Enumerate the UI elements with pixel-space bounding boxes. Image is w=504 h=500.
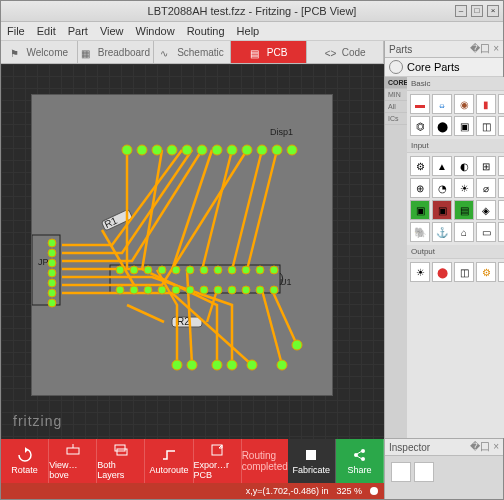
svg-point-29 xyxy=(200,266,208,274)
part-item[interactable]: ☲ xyxy=(498,156,504,176)
part-item[interactable]: ☀ xyxy=(410,262,430,282)
fabricate-button[interactable]: Fabricate xyxy=(288,439,336,483)
part-item[interactable]: ◒ xyxy=(498,178,504,198)
both-layers-button[interactable]: Both Layers xyxy=(97,439,145,483)
parts-grid-basic: ▬⏛◉▮⎍ ⏣⬤▣◫☰ xyxy=(407,91,504,139)
share-button[interactable]: Share xyxy=(336,439,384,483)
coords-readout: x,y=(1.702,-0.486) in xyxy=(246,486,329,496)
cat-mine[interactable]: MIN xyxy=(385,89,407,101)
menu-routing[interactable]: Routing xyxy=(187,25,225,37)
part-item[interactable]: ⊗ xyxy=(498,200,504,220)
svg-point-26 xyxy=(158,266,166,274)
part-item[interactable]: ▣ xyxy=(432,200,452,220)
tab-code[interactable]: <>Code xyxy=(307,41,384,63)
svg-point-4 xyxy=(122,145,132,155)
menu-view[interactable]: View xyxy=(100,25,124,37)
part-item[interactable]: ⬤ xyxy=(432,262,452,282)
menu-window[interactable]: Window xyxy=(136,25,175,37)
part-item[interactable]: ▤ xyxy=(454,200,474,220)
part-item[interactable]: ◔ xyxy=(432,178,452,198)
export-pcb-button[interactable]: Expor…r PCB xyxy=(194,439,242,483)
svg-point-32 xyxy=(242,266,250,274)
part-item[interactable]: ◫ xyxy=(454,262,474,282)
svg-point-22 xyxy=(48,299,56,307)
part-item[interactable]: ⚙ xyxy=(476,262,496,282)
part-item[interactable]: 🐘 xyxy=(410,222,430,242)
menu-part[interactable]: Part xyxy=(68,25,88,37)
search-icon[interactable] xyxy=(389,60,403,74)
svg-point-39 xyxy=(172,286,180,294)
part-item[interactable]: ▭ xyxy=(476,222,496,242)
part-item[interactable]: ⚙ xyxy=(410,156,430,176)
part-item[interactable]: ▬ xyxy=(410,94,430,114)
svg-point-24 xyxy=(130,266,138,274)
svg-point-6 xyxy=(152,145,162,155)
cat-core[interactable]: CORE xyxy=(385,77,407,89)
menu-edit[interactable]: Edit xyxy=(37,25,56,37)
svg-point-36 xyxy=(130,286,138,294)
pcb-canvas[interactable]: Disp1 JP1 U1 R1 R2 xyxy=(1,64,384,439)
svg-point-16 xyxy=(48,239,56,247)
part-item[interactable]: ◈ xyxy=(476,200,496,220)
minimize-button[interactable]: – xyxy=(455,5,467,17)
svg-point-9 xyxy=(197,145,207,155)
part-item[interactable]: ☀ xyxy=(454,178,474,198)
brand-watermark: fritzing xyxy=(13,413,62,429)
part-item[interactable]: ⏣ xyxy=(410,116,430,136)
part-item[interactable]: ⊕ xyxy=(410,178,430,198)
part-item[interactable]: ▣ xyxy=(410,200,430,220)
menu-help[interactable]: Help xyxy=(237,25,260,37)
tab-welcome[interactable]: ⚑Welcome xyxy=(1,41,78,63)
inspector-close-icon[interactable]: �囗 × xyxy=(470,440,499,454)
pcb-icon: ▤ xyxy=(250,48,262,56)
menu-file[interactable]: File xyxy=(7,25,25,37)
part-item[interactable]: ◫ xyxy=(476,116,496,136)
svg-point-41 xyxy=(200,286,208,294)
part-item[interactable]: ⎍ xyxy=(498,94,504,114)
svg-point-37 xyxy=(144,286,152,294)
part-item[interactable]: ▮ xyxy=(476,94,496,114)
close-button[interactable]: × xyxy=(487,5,499,17)
rotate-button[interactable]: Rotate xyxy=(1,439,49,483)
parts-close-icon[interactable]: �囗 × xyxy=(470,42,499,56)
maximize-button[interactable]: □ xyxy=(471,5,483,17)
svg-point-50 xyxy=(227,360,237,370)
part-item[interactable]: ⬤ xyxy=(432,116,452,136)
part-item[interactable]: ⌀ xyxy=(476,178,496,198)
view-above-button[interactable]: View…bove xyxy=(49,439,97,483)
part-item[interactable]: ◧ xyxy=(498,222,504,242)
svg-point-34 xyxy=(270,266,278,274)
parts-grid-output: ☀⬤◫⚙▣ xyxy=(407,259,504,438)
parts-bin-picker[interactable]: Core Parts xyxy=(385,58,503,77)
cat-all[interactable]: All xyxy=(385,101,407,113)
svg-point-43 xyxy=(228,286,236,294)
tab-schematic[interactable]: ∿Schematic xyxy=(154,41,231,63)
part-item[interactable]: ☰ xyxy=(498,116,504,136)
zoom-blob-icon[interactable] xyxy=(370,487,378,495)
svg-point-47 xyxy=(172,360,182,370)
cat-ics[interactable]: ICs xyxy=(385,113,407,125)
part-item[interactable]: ◉ xyxy=(454,94,474,114)
pcb-board[interactable]: Disp1 JP1 U1 R1 R2 xyxy=(31,94,333,396)
swatch[interactable] xyxy=(414,462,434,482)
part-item[interactable]: ⚓ xyxy=(432,222,452,242)
swatch[interactable] xyxy=(391,462,411,482)
part-item[interactable]: ⏛ xyxy=(432,94,452,114)
part-item[interactable]: ⌂ xyxy=(454,222,474,242)
autoroute-button[interactable]: Autoroute xyxy=(145,439,193,483)
svg-point-20 xyxy=(48,279,56,287)
parts-panel-header: Parts�囗 × xyxy=(385,41,503,58)
tab-breadboard[interactable]: ▦Breadboard xyxy=(78,41,155,63)
part-item[interactable]: ◐ xyxy=(454,156,474,176)
part-item[interactable]: ⊞ xyxy=(476,156,496,176)
svg-point-46 xyxy=(270,286,278,294)
svg-rect-58 xyxy=(306,450,316,460)
tab-pcb[interactable]: ▤PCB xyxy=(231,41,308,63)
part-item[interactable]: ▣ xyxy=(498,262,504,282)
zoom-readout: 325 % xyxy=(336,486,362,496)
part-item[interactable]: ▲ xyxy=(432,156,452,176)
schematic-icon: ∿ xyxy=(160,48,172,56)
section-input: Input xyxy=(407,139,504,153)
part-item[interactable]: ▣ xyxy=(454,116,474,136)
svg-point-49 xyxy=(212,360,222,370)
